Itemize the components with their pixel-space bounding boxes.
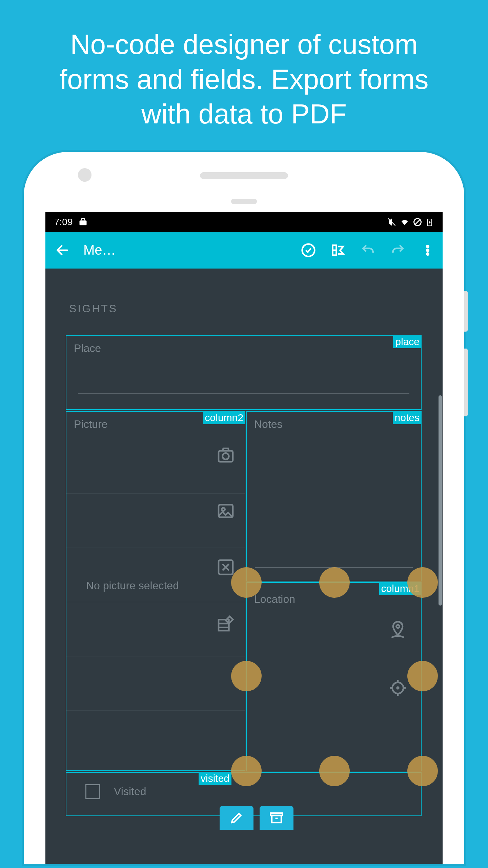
edit-field-button[interactable] bbox=[220, 806, 253, 830]
no-signal-icon bbox=[413, 217, 422, 227]
svg-point-20 bbox=[397, 687, 399, 689]
section-header: SIGHTS bbox=[66, 282, 422, 332]
app-title: Me… bbox=[83, 242, 131, 258]
arrow-left-icon bbox=[55, 243, 70, 258]
edit-form-icon[interactable] bbox=[216, 614, 235, 633]
done-button[interactable] bbox=[300, 242, 317, 258]
home-indicator bbox=[231, 199, 257, 204]
svg-point-11 bbox=[223, 453, 229, 459]
archive-field-button[interactable] bbox=[260, 806, 293, 830]
side-button bbox=[464, 349, 468, 416]
field-tag: visited bbox=[199, 772, 231, 785]
checkbox[interactable] bbox=[85, 784, 100, 799]
field-label: Picture bbox=[74, 418, 108, 431]
earpiece bbox=[200, 172, 288, 179]
camera-dot bbox=[78, 168, 92, 182]
form-canvas[interactable]: SIGHTS Place place Picture column2 bbox=[45, 269, 443, 349]
form-sigma-icon bbox=[331, 243, 346, 258]
field-place[interactable]: Place place bbox=[66, 335, 422, 410]
svg-rect-0 bbox=[79, 220, 86, 225]
map-pin-icon[interactable] bbox=[388, 620, 407, 639]
check-circle-icon bbox=[301, 243, 316, 258]
field-label: Place bbox=[74, 342, 101, 355]
pencil-icon bbox=[229, 811, 244, 825]
svg-rect-26 bbox=[271, 813, 283, 815]
status-time: 7:09 bbox=[54, 217, 73, 228]
archive-icon bbox=[269, 811, 284, 825]
picture-empty-text: No picture selected bbox=[86, 579, 179, 592]
redo-icon bbox=[390, 243, 405, 258]
promo-headline: No-code designer of custom forms and fie… bbox=[0, 0, 488, 152]
svg-point-18 bbox=[396, 625, 399, 628]
text-input-underline bbox=[78, 393, 409, 394]
svg-line-2 bbox=[415, 219, 420, 224]
scrollbar[interactable] bbox=[439, 395, 442, 606]
undo-button[interactable] bbox=[360, 242, 376, 258]
remove-image-icon[interactable] bbox=[216, 558, 235, 577]
status-bar: 7:09 bbox=[45, 212, 443, 232]
battery-icon bbox=[426, 217, 434, 227]
field-label: Visited bbox=[114, 785, 146, 798]
svg-point-13 bbox=[222, 508, 225, 511]
redo-button[interactable] bbox=[390, 242, 406, 258]
text-input-underline bbox=[255, 567, 413, 568]
screen: 7:09 Me… bbox=[45, 212, 443, 864]
field-label: Notes bbox=[254, 418, 283, 431]
gallery-icon[interactable] bbox=[216, 501, 235, 520]
undo-icon bbox=[361, 243, 375, 258]
field-location[interactable]: Location column1 bbox=[246, 582, 422, 771]
svg-point-7 bbox=[427, 245, 429, 247]
field-tag: column2 bbox=[203, 411, 245, 424]
device-frame: 7:09 Me… bbox=[24, 152, 464, 864]
field-picture[interactable]: Picture column2 No picture selected bbox=[66, 411, 245, 771]
field-tag: notes bbox=[393, 411, 422, 424]
vibrate-icon bbox=[387, 217, 396, 227]
app-bar: Me… bbox=[45, 232, 443, 269]
svg-point-8 bbox=[427, 249, 429, 251]
target-icon[interactable] bbox=[388, 678, 407, 697]
form-settings-button[interactable] bbox=[330, 242, 346, 258]
field-tag: place bbox=[393, 335, 422, 348]
side-button bbox=[464, 291, 468, 332]
back-button[interactable] bbox=[52, 240, 73, 260]
briefcase-icon bbox=[78, 217, 88, 227]
field-notes[interactable]: Notes notes bbox=[246, 411, 422, 581]
more-vert-icon bbox=[421, 244, 434, 257]
wifi-icon bbox=[400, 217, 409, 227]
overflow-menu-button[interactable] bbox=[420, 242, 436, 258]
field-label: Location bbox=[254, 593, 295, 606]
svg-point-9 bbox=[427, 253, 429, 255]
field-tag: column1 bbox=[379, 582, 422, 595]
camera-icon[interactable] bbox=[216, 445, 235, 464]
